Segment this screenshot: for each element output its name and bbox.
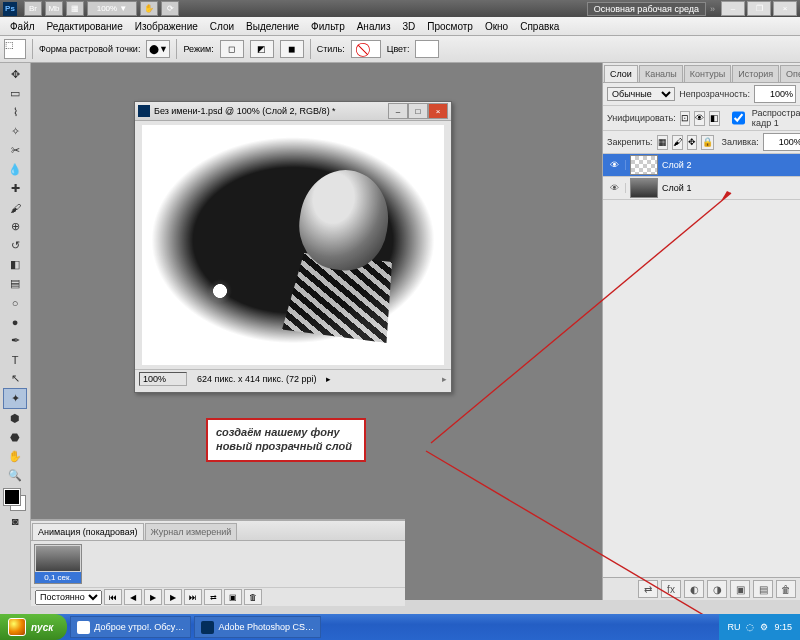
quickmask-toggle[interactable]: ◙ xyxy=(4,511,26,530)
pen-tool[interactable]: ✒ xyxy=(4,331,26,350)
document-canvas[interactable] xyxy=(142,125,444,365)
anim-delete-button[interactable]: 🗑 xyxy=(244,589,262,605)
shape-tool[interactable]: ✦ xyxy=(3,388,27,409)
lasso-tool[interactable]: ⌇ xyxy=(4,103,26,122)
tab-layers[interactable]: Слои xyxy=(604,65,638,82)
opacity-field[interactable] xyxy=(754,85,796,103)
3d-camera-tool[interactable]: ⬣ xyxy=(4,428,26,447)
tab-actions[interactable]: Операции xyxy=(780,65,800,82)
lock-all-button[interactable]: 🔒 xyxy=(701,135,714,150)
zoom-level[interactable]: 100% ▼ xyxy=(87,1,137,16)
menu-3d[interactable]: 3D xyxy=(396,19,421,34)
eyedropper-tool[interactable]: 💧 xyxy=(4,160,26,179)
menu-image[interactable]: Изображение xyxy=(129,19,204,34)
history-brush-tool[interactable]: ↺ xyxy=(4,236,26,255)
tab-measurement-log[interactable]: Журнал измерений xyxy=(145,523,238,540)
style-picker[interactable]: ⃠ xyxy=(351,40,381,58)
marquee-tool[interactable]: ▭ xyxy=(4,84,26,103)
fill-field[interactable] xyxy=(763,133,800,151)
lock-position-button[interactable]: ✥ xyxy=(687,135,697,150)
frame-delay[interactable]: 0,1 сек. xyxy=(35,572,81,583)
stamp-tool[interactable]: ⊕ xyxy=(4,217,26,236)
loop-select[interactable]: Постоянно xyxy=(35,590,102,605)
docwin-minimize-button[interactable]: – xyxy=(388,103,408,119)
layer-name[interactable]: Слой 2 xyxy=(662,160,691,170)
menu-edit[interactable]: Редактирование xyxy=(41,19,129,34)
menu-window[interactable]: Окно xyxy=(479,19,514,34)
tool-preset-button[interactable]: ⬚ xyxy=(4,39,26,59)
brush-tool[interactable]: 🖌 xyxy=(4,198,26,217)
adjustment-layer-button[interactable]: ◑ xyxy=(707,580,727,598)
bridge-button[interactable]: Br xyxy=(24,1,42,16)
anim-tween-button[interactable]: ⇄ xyxy=(204,589,222,605)
path-tool[interactable]: ↖ xyxy=(4,369,26,388)
tray-icon[interactable]: ◌ xyxy=(746,622,754,632)
menu-layer[interactable]: Слои xyxy=(204,19,240,34)
clock[interactable]: 9:15 xyxy=(774,622,792,632)
mode-btn-3[interactable]: ◼ xyxy=(280,40,304,58)
doc-restore-button[interactable]: ❐ xyxy=(747,1,771,16)
docwin-close-button[interactable]: × xyxy=(428,103,448,119)
foreground-color[interactable] xyxy=(4,489,20,505)
extras-button[interactable]: ▦ xyxy=(66,1,84,16)
lock-transparency-button[interactable]: ▦ xyxy=(657,135,668,150)
anim-play-button[interactable]: ▶ xyxy=(144,589,162,605)
doc-zoom-field[interactable]: 100% xyxy=(139,372,187,386)
wand-tool[interactable]: ✧ xyxy=(4,122,26,141)
tab-animation[interactable]: Анимация (покадровая) xyxy=(32,523,144,540)
heal-tool[interactable]: ✚ xyxy=(4,179,26,198)
tray-icon[interactable]: ⚙ xyxy=(760,622,768,632)
view-hand-button[interactable]: ✋ xyxy=(140,1,158,16)
layer-style-button[interactable]: fx xyxy=(661,580,681,598)
color-swatches[interactable] xyxy=(4,489,26,511)
layer-row[interactable]: 👁 Слой 2 xyxy=(603,154,800,177)
mini-bridge-button[interactable]: Mb xyxy=(45,1,63,16)
menu-filter[interactable]: Фильтр xyxy=(305,19,351,34)
menu-select[interactable]: Выделение xyxy=(240,19,305,34)
taskbar-item-browser[interactable]: Доброе утро!. Обсу… xyxy=(70,616,191,638)
3d-tool[interactable]: ⬢ xyxy=(4,409,26,428)
layer-name[interactable]: Слой 1 xyxy=(662,183,691,193)
doc-minimize-button[interactable]: – xyxy=(721,1,745,16)
propagate-checkbox[interactable] xyxy=(732,111,745,125)
lock-pixels-button[interactable]: 🖌 xyxy=(672,135,683,150)
group-button[interactable]: ▣ xyxy=(730,580,750,598)
gradient-tool[interactable]: ▤ xyxy=(4,274,26,293)
mode-btn-2[interactable]: ◩ xyxy=(250,40,274,58)
unify-style-button[interactable]: ◧ xyxy=(709,111,720,126)
anim-prev-button[interactable]: ◀ xyxy=(124,589,142,605)
link-layers-button[interactable]: ⇄ xyxy=(638,580,658,598)
mode-btn-1[interactable]: ◻ xyxy=(220,40,244,58)
anim-first-button[interactable]: ⏮ xyxy=(104,589,122,605)
workspace-expand[interactable]: » xyxy=(710,4,715,14)
blur-tool[interactable]: ○ xyxy=(4,293,26,312)
visibility-toggle[interactable]: 👁 xyxy=(603,183,626,193)
language-indicator[interactable]: RU xyxy=(727,622,740,632)
brushform-picker[interactable]: ⬤▼ xyxy=(146,40,170,58)
menu-help[interactable]: Справка xyxy=(514,19,565,34)
layer-row[interactable]: 👁 Слой 1 xyxy=(603,177,800,200)
menu-view[interactable]: Просмотр xyxy=(421,19,479,34)
tab-history[interactable]: История xyxy=(732,65,779,82)
taskbar-item-photoshop[interactable]: Adobe Photoshop CS… xyxy=(194,616,321,638)
menu-file[interactable]: Файл xyxy=(4,19,41,34)
workspace-switcher[interactable]: Основная рабочая среда xyxy=(587,2,706,16)
type-tool[interactable]: T xyxy=(4,350,26,369)
document-titlebar[interactable]: Без имени-1.psd @ 100% (Слой 2, RGB/8) *… xyxy=(135,102,451,121)
status-arrow-icon[interactable]: ▸ xyxy=(326,374,331,384)
scroll-right[interactable]: ▸ xyxy=(442,374,447,384)
animation-frame-1[interactable]: 0,1 сек. xyxy=(34,544,82,584)
new-layer-button[interactable]: ▤ xyxy=(753,580,773,598)
layer-mask-button[interactable]: ◐ xyxy=(684,580,704,598)
layer-thumb[interactable] xyxy=(630,155,658,175)
tab-paths[interactable]: Контуры xyxy=(684,65,731,82)
hand-tool[interactable]: ✋ xyxy=(4,447,26,466)
delete-layer-button[interactable]: 🗑 xyxy=(776,580,796,598)
unify-position-button[interactable]: ⊡ xyxy=(680,111,690,126)
dodge-tool[interactable]: ● xyxy=(4,312,26,331)
layer-thumb[interactable] xyxy=(630,178,658,198)
zoom-tool[interactable]: 🔍 xyxy=(4,466,26,485)
color-picker[interactable] xyxy=(415,40,439,58)
docwin-maximize-button[interactable]: □ xyxy=(408,103,428,119)
view-rotate-button[interactable]: ⟳ xyxy=(161,1,179,16)
